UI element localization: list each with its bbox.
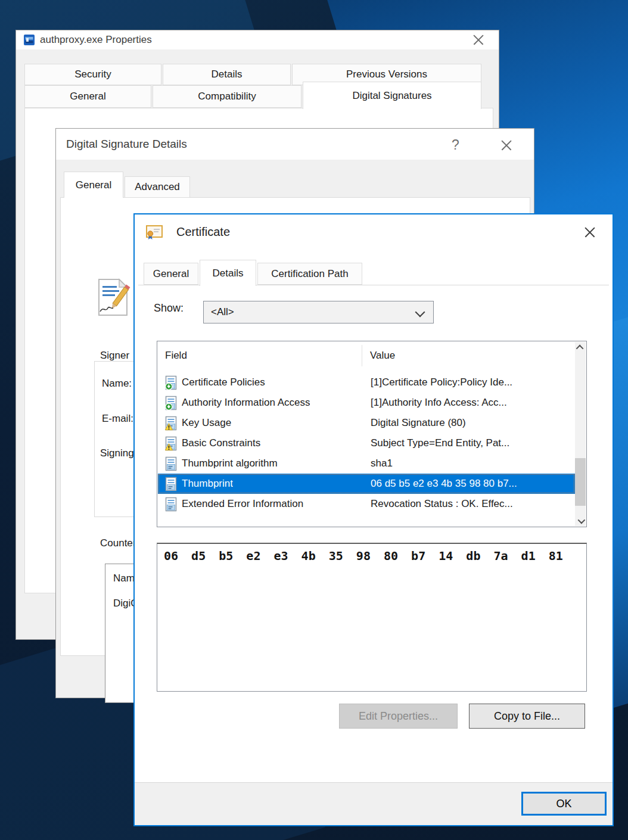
close-icon[interactable]: [500, 139, 512, 151]
field-row-basic-constraints[interactable]: Basic ConstraintsSubject Type=End Entity…: [158, 433, 575, 453]
property-icon: [165, 456, 177, 471]
field-row-thumbprint-algorithm[interactable]: Thumbprint algorithmsha1: [158, 453, 575, 474]
tab-advanced[interactable]: Advanced: [125, 176, 190, 198]
properties-titlebar: authproxy.exe Properties: [16, 30, 499, 49]
scrollbar-thumb[interactable]: [575, 458, 586, 506]
chevron-down-icon: [415, 307, 425, 318]
field-column-header[interactable]: Field: [165, 350, 187, 362]
certificate-fields-list: Field Value Certificate Policies[1]Certi…: [157, 341, 587, 527]
tab-digital-signatures[interactable]: Digital Signatures: [303, 82, 481, 109]
certificate-titlebar: Certificate: [135, 214, 613, 250]
field-value: Digital Signature (80): [371, 417, 573, 429]
help-icon[interactable]: ?: [452, 137, 459, 153]
signer-group-label: Signer: [98, 350, 131, 362]
field-name: Extended Error Information: [182, 498, 303, 510]
certificate-window-title: Certificate: [176, 225, 230, 239]
field-value: 06 d5 b5 e2 e3 4b 35 98 80 b7...: [371, 478, 573, 490]
certificate-window: Certificate GeneralDetailsCertification …: [133, 213, 614, 826]
field-name: Thumbprint: [182, 478, 233, 490]
show-dropdown-value: <All>: [211, 306, 234, 318]
close-icon[interactable]: [584, 226, 596, 238]
thumbprint-detail-box[interactable]: 06 d5 b5 e2 e3 4b 35 98 80 b7 14 db 7a d…: [157, 543, 587, 692]
field-value: sha1: [371, 458, 573, 469]
tab-compatibility[interactable]: Compatibility: [153, 85, 301, 108]
scrollbar-down-icon[interactable]: [575, 515, 586, 526]
field-value: [1]Authority Info Access: Acc...: [371, 397, 573, 409]
certificate-icon: [145, 223, 163, 241]
value-column-header[interactable]: Value: [370, 350, 395, 362]
property-icon: [165, 477, 177, 491]
field-row-key-usage[interactable]: Key UsageDigital Signature (80): [158, 413, 575, 433]
tab-security[interactable]: Security: [24, 64, 161, 85]
show-label: Show:: [154, 302, 184, 315]
field-name: Thumbprint algorithm: [182, 458, 278, 469]
tab-general[interactable]: General: [144, 263, 198, 285]
tab-certification-path[interactable]: Certification Path: [257, 263, 362, 285]
field-row-extended-error-information[interactable]: Extended Error InformationRevocation Sta…: [158, 494, 575, 514]
scrollbar[interactable]: [575, 342, 586, 526]
critical-extension-icon: [165, 436, 177, 451]
critical-extension-icon: [165, 416, 177, 431]
field-row-certificate-policies[interactable]: Certificate Policies[1]Certificate Polic…: [158, 372, 575, 393]
field-name: Authority Information Access: [182, 397, 310, 409]
signature-details-title: Digital Signature Details: [66, 138, 187, 151]
authproxy-app-icon: [24, 35, 35, 45]
signing-time-label: Signing: [100, 447, 134, 459]
list-rows: Certificate Policies[1]Certificate Polic…: [158, 372, 575, 514]
scrollbar-up-icon[interactable]: [575, 342, 586, 353]
signer-name-label: Name:: [102, 378, 132, 390]
tab-general[interactable]: General: [24, 85, 151, 108]
tab-details[interactable]: Details: [163, 64, 291, 85]
tab-details[interactable]: Details: [200, 260, 256, 286]
field-value: Subject Type=End Entity, Pat...: [371, 437, 573, 449]
close-icon[interactable]: [472, 34, 484, 46]
field-row-authority-information-access[interactable]: Authority Information Access[1]Authority…: [158, 393, 575, 413]
list-header: Field Value: [157, 341, 576, 372]
property-icon: [165, 497, 177, 512]
signature-details-titlebar: Digital Signature Details: [56, 129, 534, 160]
desktop: { "desktop": { "base_color": "#0b1e36", …: [0, 0, 628, 840]
field-value: Revocation Status : OK. Effec...: [371, 498, 573, 510]
field-name: Certificate Policies: [182, 377, 265, 388]
countersignatures-group-label: Counter: [98, 537, 138, 549]
tab-general[interactable]: General: [64, 172, 123, 198]
edit-properties-button[interactable]: Edit Properties...: [339, 704, 458, 729]
ok-button[interactable]: OK: [521, 792, 607, 816]
properties-window-title: authproxy.exe Properties: [40, 34, 152, 46]
field-name: Basic Constraints: [182, 437, 260, 449]
column-divider: [362, 345, 362, 366]
extension-icon: [165, 396, 177, 410]
field-name: Key Usage: [182, 417, 231, 429]
field-value: [1]Certificate Policy:Policy Ide...: [371, 377, 573, 388]
extension-icon: [165, 375, 177, 390]
signature-document-icon: [96, 278, 130, 316]
copy-to-file-button[interactable]: Copy to File...: [469, 704, 585, 729]
signer-email-label: E-mail:: [102, 413, 133, 425]
show-dropdown[interactable]: <All>: [203, 301, 434, 323]
countersignatures-name-column: Nam: [113, 573, 135, 584]
field-row-thumbprint[interactable]: Thumbprint06 d5 b5 e2 e3 4b 35 98 80 b7.…: [158, 474, 575, 494]
